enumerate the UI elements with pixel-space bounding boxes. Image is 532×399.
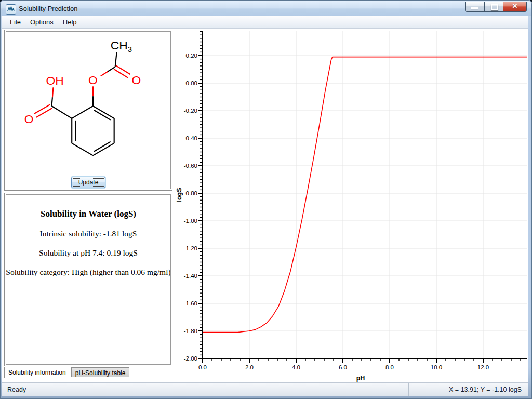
app-icon [6, 4, 16, 15]
svg-text:8.0: 8.0 [385, 364, 394, 370]
svg-text:12.0: 12.0 [477, 364, 489, 370]
title-bar[interactable]: Solubility Prediction ✕ [1, 1, 531, 16]
close-icon: ✕ [503, 2, 526, 10]
atom-label-ester-o: O [88, 73, 98, 87]
info-title: Solubility in Water (logS) [5, 209, 172, 219]
atom-label-hydroxyl: OH [46, 74, 64, 87]
svg-text:-1.80: -1.80 [184, 328, 197, 334]
structure-viewer[interactable]: CH3 O O OH O Update [4, 30, 172, 191]
atom-label-methyl: CH3 [111, 38, 132, 54]
svg-text:-2.00: -2.00 [184, 355, 197, 362]
menu-bar: File Options Help [2, 16, 528, 29]
app-window: Solubility Prediction ✕ File Options Hel… [0, 0, 532, 399]
menu-file[interactable]: File [5, 17, 25, 28]
svg-text:-1.20: -1.20 [184, 245, 197, 251]
minimize-icon [471, 7, 478, 9]
svg-text:-0.40: -0.40 [184, 135, 197, 141]
solubility-category-line: Solubility category: High (higher than 0… [5, 268, 172, 277]
svg-text:6.0: 6.0 [339, 364, 347, 370]
maximize-button[interactable] [484, 2, 503, 12]
svg-text:logS: logS [176, 188, 183, 202]
svg-text:-0.00: -0.00 [184, 80, 197, 86]
molecule-drawing: CH3 O O OH O [5, 31, 171, 190]
intrinsic-solubility-line: Intrinsic solubility: -1.81 logS [5, 229, 172, 238]
solubility-ph74-line: Solubility at pH 7.4: 0.19 logS [5, 248, 172, 258]
svg-text:4.0: 4.0 [292, 364, 300, 370]
svg-text:pH: pH [356, 375, 365, 382]
svg-text:-0.80: -0.80 [184, 190, 197, 196]
left-column: CH3 O O OH O Update Solubility in Water … [2, 29, 175, 382]
svg-text:-0.60: -0.60 [184, 163, 197, 169]
tab-bar: Solubility information pH-Solubility tab… [4, 367, 129, 381]
solubility-info-panel: Solubility in Water (logS) Intrinsic sol… [4, 193, 172, 366]
status-ready: Ready [7, 386, 26, 393]
svg-text:2.0: 2.0 [245, 364, 254, 370]
tab-ph-solubility-table[interactable]: pH-Solubility table [71, 367, 130, 377]
ph-solubility-chart[interactable]: 0.20-0.00-0.20-0.40-0.60-0.80-1.00-1.20-… [175, 29, 528, 382]
minimize-button[interactable] [465, 2, 484, 12]
atom-label-acetyl-o: O [131, 73, 141, 87]
svg-text:-0.20: -0.20 [184, 108, 197, 114]
svg-text:10.0: 10.0 [431, 364, 442, 370]
window-title: Solubility Prediction [19, 5, 77, 12]
main-area: CH3 O O OH O Update Solubility in Water … [2, 29, 528, 382]
svg-text:0.0: 0.0 [198, 364, 207, 370]
tab-solubility-information[interactable]: Solubility information [4, 367, 70, 378]
menu-options[interactable]: Options [25, 17, 58, 28]
svg-text:0.20: 0.20 [186, 52, 197, 59]
svg-text:-1.00: -1.00 [184, 218, 197, 224]
update-button[interactable]: Update [71, 177, 105, 188]
atom-label-carboxyl-o: O [24, 112, 34, 126]
waveform-icon [6, 5, 16, 14]
maximize-icon [491, 4, 498, 10]
status-coordinates: X = 13.91; Y = -1.10 logS [408, 383, 528, 396]
svg-text:-1.60: -1.60 [184, 300, 197, 307]
close-button[interactable]: ✕ [503, 2, 527, 12]
menu-help[interactable]: Help [58, 17, 82, 28]
svg-text:-1.40: -1.40 [184, 273, 197, 279]
chart-canvas[interactable]: 0.20-0.00-0.20-0.40-0.60-0.80-1.00-1.20-… [175, 29, 528, 382]
status-bar: Ready X = 13.91; Y = -1.10 logS [2, 382, 528, 396]
